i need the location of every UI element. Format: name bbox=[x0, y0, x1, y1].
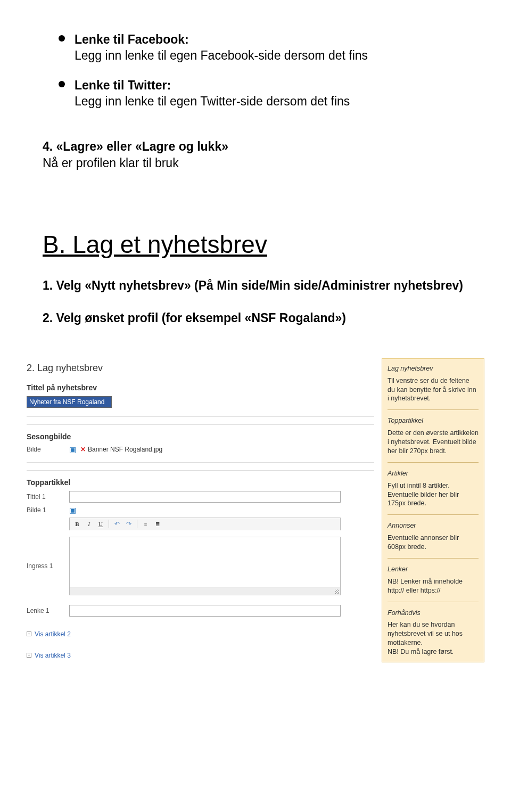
help-text: Her kan du se hvordan nyhetsbrevet vil s… bbox=[388, 620, 479, 647]
bullet-title: Lenke til Twitter: bbox=[75, 78, 468, 94]
redo-button[interactable]: ↷ bbox=[123, 519, 134, 529]
bullet-list-button[interactable]: ≡ bbox=[140, 519, 151, 529]
help-text: Eventuelle annonser blir 608px brede. bbox=[388, 534, 479, 552]
title-input[interactable] bbox=[27, 396, 112, 408]
sesongbilde-heading: Sesongbilde bbox=[27, 424, 374, 441]
help-text: Fyll ut inntil 8 artikler. Eventuelle bi… bbox=[388, 481, 479, 508]
help-title: Forhåndvis bbox=[388, 609, 479, 618]
book-icon[interactable]: ▣ bbox=[69, 506, 76, 514]
help-text: Dette er den øverste artikkelen i nyhets… bbox=[388, 429, 479, 456]
step-b2: 2. Velg ønsket profil (for eksempel «NSF… bbox=[43, 310, 468, 326]
help-text: Til venstre ser du de feltene du kan ben… bbox=[388, 376, 479, 404]
lenke1-input[interactable] bbox=[69, 605, 341, 617]
vis-artikkel-2-label: Vis artikkel 2 bbox=[35, 630, 71, 638]
bullet-item: Lenke til Facebook: Legg inn lenke til e… bbox=[59, 32, 468, 64]
title-section-label: Tittel på nyhetsbrev bbox=[27, 383, 374, 392]
bullet-text: Legg inn lenke til egen Twitter-side der… bbox=[75, 94, 468, 110]
lenke1-label: Lenke 1 bbox=[27, 607, 69, 614]
form-panel: 2. Lag nyhetsbrev Tittel på nyhetsbrev S… bbox=[27, 358, 374, 659]
tittel1-label: Tittel 1 bbox=[27, 493, 69, 501]
underline-button[interactable]: U bbox=[95, 519, 106, 529]
help-title: Lenker bbox=[388, 565, 479, 574]
help-title: Lag nyhetsbrev bbox=[388, 364, 479, 373]
italic-button[interactable]: I bbox=[84, 519, 94, 529]
vis-artikkel-2-link[interactable]: + Vis artikkel 2 bbox=[27, 630, 374, 638]
help-text: NB! Lenker må inneholde http:// eller ht… bbox=[388, 577, 479, 595]
bullet-icon bbox=[59, 35, 65, 42]
step-4-text: Nå er profilen klar til bruk bbox=[43, 156, 179, 170]
vis-artikkel-3-link[interactable]: + Vis artikkel 3 bbox=[27, 652, 374, 659]
bullet-item: Lenke til Twitter: Legg inn lenke til eg… bbox=[59, 78, 468, 110]
step-4-title: 4. «Lagre» eller «Lagre og lukk» bbox=[43, 140, 228, 153]
step-b1: 1. Velg «Nytt nyhetsbrev» (På Min side/M… bbox=[43, 277, 468, 294]
bilde-label: Bilde bbox=[27, 446, 69, 453]
ingress1-label: Ingress 1 bbox=[27, 562, 69, 570]
help-title: Toppartikkel bbox=[388, 416, 479, 425]
help-text: NB! Du må lagre først. bbox=[388, 647, 479, 657]
section-b-heading: B. Lag et nyhetsbrev bbox=[43, 230, 468, 259]
resize-grip[interactable] bbox=[335, 589, 339, 594]
help-title: Annonser bbox=[388, 521, 479, 530]
ingress1-textarea[interactable] bbox=[69, 537, 341, 595]
tittel1-input[interactable] bbox=[69, 491, 341, 503]
book-icon[interactable]: ▣ bbox=[69, 445, 76, 454]
form-heading: 2. Lag nyhetsbrev bbox=[27, 363, 374, 374]
bullet-icon bbox=[59, 81, 65, 87]
expand-icon: + bbox=[27, 631, 31, 636]
screenshot-container: 2. Lag nyhetsbrev Tittel på nyhetsbrev S… bbox=[0, 358, 511, 678]
expand-icon: + bbox=[27, 653, 31, 658]
undo-button[interactable]: ↶ bbox=[112, 519, 122, 529]
bold-button[interactable]: B bbox=[72, 519, 83, 529]
help-panel: Lag nyhetsbrev Til venstre ser du de fel… bbox=[382, 358, 484, 662]
step-4: 4. «Lagre» eller «Lagre og lukk» Nå er p… bbox=[43, 138, 468, 171]
numbered-list-button[interactable]: ≣ bbox=[152, 519, 162, 529]
toppartikkel-heading: Toppartikkel bbox=[27, 470, 374, 487]
vis-artikkel-3-label: Vis artikkel 3 bbox=[35, 652, 71, 659]
bullet-title: Lenke til Facebook: bbox=[75, 32, 468, 48]
bullet-text: Legg inn lenke til egen Facebook-side de… bbox=[75, 48, 468, 64]
bilde1-label: Bilde 1 bbox=[27, 506, 69, 514]
bilde-filename: Banner NSF Rogaland.jpg bbox=[88, 446, 162, 453]
remove-file-icon[interactable]: ✕ bbox=[80, 446, 86, 453]
help-title: Artikler bbox=[388, 469, 479, 478]
editor-toolbar: B I U ↶ ↷ ≡ ≣ bbox=[69, 518, 341, 530]
